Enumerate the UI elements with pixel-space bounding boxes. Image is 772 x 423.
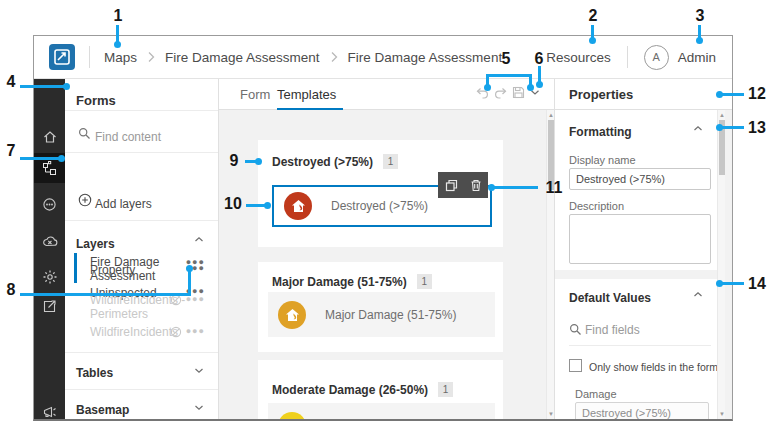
template-group-label: Moderate Damage (26-50%) [272,383,428,397]
callout-3-dot [696,37,703,44]
template-group-label: Destroyed (>75%) [272,155,373,169]
chevron-right-icon [330,51,338,63]
template-group: Destroyed (>75%) 1 [258,140,503,247]
callout-7-dot [58,155,65,162]
template-count-badge: 1 [417,274,432,289]
template-group-header: Destroyed (>75%) 1 [272,154,398,169]
top-header: Maps Fire Damage Assessment Fire Damage … [34,36,732,79]
selected-layer-indicator [74,253,77,283]
description-input[interactable] [569,214,711,264]
delete-trash-icon[interactable] [470,179,482,192]
search-icon [569,323,582,336]
duplicate-icon[interactable] [445,179,458,192]
form-editor-panel: Form Templates [219,79,554,419]
callout-4: 4 [0,73,24,91]
template-group: Moderate Damage (26-50%) 1 Moderate Dama… [258,360,503,419]
chevron-up-icon[interactable] [693,291,703,298]
header-divider [89,46,90,68]
avatar[interactable]: A [644,45,669,70]
callout-5-bracket [486,74,532,77]
properties-scrollbar[interactable]: ▲ ▼ [717,110,725,419]
header-divider [627,46,628,68]
properties-title: Properties [569,87,633,102]
callout-8: 8 [0,281,24,299]
templates-scrollbar[interactable]: ▲ ▼ [546,110,554,419]
forms-panel-title: Forms [76,93,116,108]
chevron-down-icon[interactable] [194,367,204,374]
save-icon[interactable] [512,86,525,99]
tables-section-header[interactable]: Tables [76,366,113,380]
moderate-damage-template-icon [278,412,306,420]
breadcrumb-form-name: Fire Damage Assessment [348,50,503,65]
chevron-right-icon [147,51,155,63]
description-label: Description [569,200,624,212]
template-group-label: Major Damage (51-75%) [272,275,407,289]
account-menu[interactable]: Admin [678,50,716,65]
callout-2-dot [589,37,596,44]
divider [65,220,218,221]
callout-1-dot [114,41,121,48]
basemap-section-header[interactable]: Basemap [76,403,129,417]
scroll-up-icon[interactable]: ▲ [718,112,726,118]
breadcrumb-map-name[interactable]: Fire Damage Assessment [165,50,320,65]
tab-form[interactable]: Form [240,87,270,102]
breadcrumb: Maps Fire Damage Assessment Fire Damage … [104,50,502,65]
breadcrumb-maps[interactable]: Maps [104,50,137,65]
app-body: » Forms Find content Add layers Layers [34,79,732,419]
callout-5-dot-right [527,84,534,91]
chevron-up-icon[interactable] [693,125,703,132]
redo-icon[interactable] [494,87,507,99]
callout-11: 11 [541,179,567,197]
tab-templates[interactable]: Templates [277,87,336,102]
chevron-down-icon[interactable] [194,404,204,411]
template-item[interactable]: Moderate Damage (26-50%) [268,403,495,419]
field-maps-logo-icon[interactable] [49,44,75,70]
chevron-up-icon[interactable] [194,236,204,243]
default-values-section-header[interactable]: Default Values [569,291,651,305]
template-item-label: Major Damage (51-75%) [325,308,456,322]
callout-12-dot [716,91,723,98]
callout-13: 13 [744,119,770,137]
home-icon[interactable] [34,122,65,152]
callout-9: 9 [221,152,247,170]
divider [65,152,218,153]
display-name-label: Display name [569,154,636,166]
default-values-section: Default Values Find fields Only show fie… [555,279,725,421]
callout-13-dot [716,124,723,131]
major-damage-template-icon [278,301,306,329]
properties-header: Properties [555,79,733,110]
scroll-down-icon[interactable]: ▼ [718,411,726,417]
layers-section-header[interactable]: Layers [76,237,115,251]
template-group: Major Damage (51-75%) 1 Major Damage (51… [258,262,503,352]
layer-options-icon[interactable]: ●●● [186,326,205,336]
circle-plus-icon [78,193,92,207]
display-name-input[interactable] [569,168,711,190]
callout-14-dot [716,280,723,287]
template-item[interactable]: Major Damage (51-75%) [268,292,495,337]
callout-10-dot [264,202,271,209]
callout-6-line [538,66,541,82]
callout-14: 14 [744,275,770,293]
find-fields-search[interactable]: Find fields [585,323,640,337]
header-right: Resources A Admin [546,45,716,70]
callout-8-dot [186,265,193,272]
damage-field-value[interactable] [575,402,709,421]
only-show-fields-checkbox[interactable] [569,359,582,372]
smart-forms-icon[interactable] [34,189,65,219]
callout-5: 5 [493,50,519,68]
layer-item-selected[interactable]: Fire Damage Assessment [90,255,186,283]
add-layers-label: Add layers [95,197,152,211]
divider [65,389,218,390]
callout-11-dot [488,184,495,191]
search-placeholder: Find content [95,130,161,144]
only-show-fields-label: Only show fields in the form [589,361,718,373]
template-hover-toolbar [438,172,488,198]
resources-link[interactable]: Resources [546,50,611,65]
offline-icon[interactable] [34,226,65,256]
templates-list: Destroyed (>75%) 1 [219,110,546,419]
settings-gear-icon[interactable] [34,262,65,292]
callout-7-line [20,157,60,160]
divider [65,352,218,353]
formatting-section-header[interactable]: Formatting [569,125,632,139]
announcement-icon[interactable] [34,397,65,421]
